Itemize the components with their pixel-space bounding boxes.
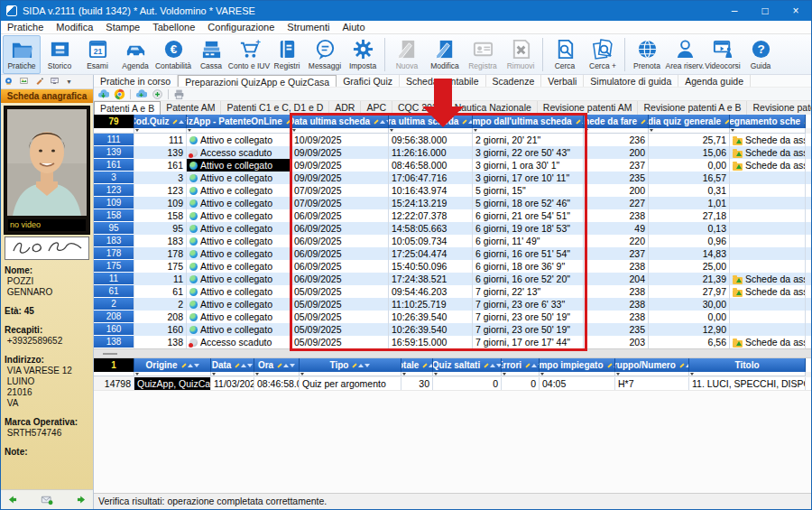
cell-time[interactable]: 10:16:43.974 (389, 184, 473, 197)
column-header-assegnamento-sche[interactable]: Assegnamento sche (730, 115, 806, 128)
cell-assegnamento[interactable] (730, 323, 806, 336)
cell-time[interactable]: 10:26:39.540 (389, 311, 473, 323)
tab-patenti-a-e-b[interactable]: Patenti A e B (94, 101, 161, 115)
table-row[interactable]: 139139Accesso scaduto09/09/202511:26:16.… (94, 146, 811, 159)
minimize-button[interactable]: – (719, 1, 750, 21)
photo-icon[interactable] (20, 77, 31, 88)
cell-cod-quiz[interactable]: 139 (134, 146, 187, 159)
cell-time[interactable]: 11:10:25.719 (389, 298, 473, 311)
table-row[interactable]: 161161Attivo e collegato09/09/202508:46:… (94, 159, 811, 172)
cell-media-quiz[interactable]: 16,57 (649, 172, 730, 184)
cell-tempo-impiegato[interactable]: 04:05 (540, 377, 615, 390)
cerca-+-button[interactable]: Cerca + (584, 35, 622, 74)
filter-cell[interactable] (730, 128, 806, 134)
table-row[interactable]: 14798QuizApp, QuizCasa11/03/202508:46:58… (94, 377, 811, 390)
cell-assegnamento[interactable] (730, 184, 806, 197)
cell-elapsed[interactable]: 6 giorni, 19 ore 18' 53" (473, 222, 584, 235)
cell-elapsed[interactable]: 7 giorni, 23 ore 50' 19" (473, 323, 584, 336)
cell-elapsed[interactable]: 6 giorni, 11' 49" (473, 235, 584, 247)
filter-cell[interactable] (540, 372, 615, 376)
cell-tipo[interactable]: Quiz per argomento (300, 377, 401, 390)
cell-date[interactable]: 06/09/2025 (291, 209, 389, 222)
tab-scheda-contabile[interactable]: Scheda contabile (400, 75, 486, 87)
cell-assegnamento[interactable]: Schede da ass (730, 146, 806, 159)
table-row[interactable]: 178178Attivo e collegato06/09/202517:25:… (94, 247, 811, 260)
filter-cell[interactable] (615, 372, 689, 376)
cell-schede-da-fare[interactable]: 200 (584, 146, 649, 159)
cell-assegnamento[interactable] (730, 311, 806, 323)
cell-data[interactable]: 11/03/2025 (211, 377, 254, 390)
column-header-errori[interactable]: Errori (502, 358, 540, 372)
cell-time[interactable]: 08:46:58.000 (389, 159, 473, 172)
cell-elapsed[interactable]: 5 giorni, 18 ore 52' 46" (473, 197, 584, 209)
prev-record-icon[interactable] (6, 494, 19, 505)
cell-date[interactable]: 05/09/2025 (291, 298, 389, 311)
row-header-cell[interactable]: 160 (94, 323, 134, 336)
column-header-titolo[interactable]: Titolo (689, 358, 806, 372)
dropdown-arrow-icon[interactable]: ▼ (66, 79, 72, 85)
table-row[interactable]: 109109Attivo e collegato07/09/202515:24:… (94, 197, 811, 209)
cell-quizapp-status[interactable]: Attivo e collegato (187, 273, 291, 285)
imposta-button[interactable]: Imposta (344, 35, 382, 74)
cell-schede-da-fare[interactable]: 238 (584, 311, 649, 323)
cell-time[interactable]: 17:24:38.521 (389, 273, 473, 285)
cell-media-quiz[interactable]: 21,39 (649, 273, 730, 285)
cell-elapsed[interactable]: 6 giorni, 16 ore 52' 20" (473, 273, 584, 285)
cloud-add-icon[interactable] (135, 88, 147, 100)
cell-quizapp-status[interactable]: Attivo e collegato (187, 197, 291, 209)
cell-totale[interactable]: 30 (401, 377, 433, 390)
cell-date[interactable]: 06/09/2025 (291, 235, 389, 247)
table-row[interactable]: 158158Attivo e collegato06/09/202512:22:… (94, 209, 811, 222)
table-row[interactable]: 6161Attivo e collegato05/09/202509:54:46… (94, 285, 811, 298)
cell-cod-quiz[interactable]: 158 (134, 209, 187, 222)
cell-schede-da-fare[interactable]: 235 (584, 323, 649, 336)
tab-adr[interactable]: ADR (329, 101, 361, 115)
sort-filter-icons[interactable] (181, 364, 199, 367)
menu-item-pratiche[interactable]: Pratiche (1, 21, 50, 34)
cell-cod-quiz[interactable]: 160 (134, 323, 187, 336)
tab-grafici-quiz[interactable]: Grafici Quiz (337, 75, 400, 87)
cell-assegnamento[interactable]: Schede da ass (730, 134, 806, 146)
cell-assegnamento[interactable] (730, 298, 806, 311)
cell-date[interactable]: 06/09/2025 (291, 273, 389, 285)
row-header-cell[interactable]: 123 (94, 184, 134, 197)
conto-e-iuv-button[interactable]: +Conto e IUV (230, 35, 268, 74)
printer-icon[interactable] (173, 88, 185, 100)
cell-schede-da-fare[interactable]: 220 (584, 235, 649, 247)
cell-media-quiz[interactable]: 25,00 (649, 260, 730, 273)
circle-add-icon[interactable] (152, 88, 163, 100)
filter-cell[interactable] (433, 372, 502, 376)
table-row[interactable]: 9595Attivo e collegato06/09/202514:58:05… (94, 222, 811, 235)
row-header-cell[interactable]: 161 (94, 159, 134, 172)
registri-button[interactable]: Registri (268, 35, 306, 74)
tab-scadenze[interactable]: Scadenze (486, 75, 542, 87)
cell-cod-quiz[interactable]: 95 (134, 222, 187, 235)
sort-filter-icons[interactable] (462, 120, 473, 124)
cell-elapsed[interactable]: 3 giorni, 22 ore 50' 43" (473, 146, 584, 159)
row-header-cell[interactable]: 14798 (94, 377, 134, 390)
cell-gruppo-numero[interactable]: H*7 (615, 377, 689, 390)
table-row[interactable]: 33Attivo e collegato09/09/202517:06:47.7… (94, 172, 811, 184)
cell-cod-quiz[interactable]: 161 (134, 159, 187, 172)
guida-button[interactable]: ?Guida (742, 35, 780, 74)
cell-media-quiz[interactable]: 15,06 (649, 146, 730, 159)
sort-filter-icons[interactable] (525, 364, 540, 367)
cell-time[interactable]: 15:24:13.219 (389, 197, 473, 209)
cell-schede-da-fare[interactable]: 235 (584, 172, 649, 184)
menu-item-strumenti[interactable]: Strumenti (281, 21, 336, 34)
cell-media-quiz[interactable]: 0,13 (649, 222, 730, 235)
cell-date[interactable]: 06/09/2025 (291, 222, 389, 235)
sort-filter-icons[interactable] (641, 120, 649, 124)
table-row[interactable]: 111111Attivo e collegato10/09/202509:56:… (94, 134, 811, 146)
screen-icon[interactable] (51, 77, 61, 88)
cell-elapsed[interactable]: 3 giorni, 17 ore 10' 11" (473, 172, 584, 184)
filter-cell[interactable] (211, 372, 254, 376)
cell-elapsed[interactable]: 7 giorni, 17 ore 17' 44" (473, 336, 584, 348)
cell-media-quiz[interactable]: 14,83 (649, 247, 730, 260)
column-header-tempo-impiegato[interactable]: Tempo impiegato (540, 358, 615, 372)
agenda-button[interactable]: Agenda (116, 35, 154, 74)
cell-schede-da-fare[interactable]: 237 (584, 247, 649, 260)
email-icon[interactable] (41, 494, 53, 505)
column-header-totale[interactable]: Totale (401, 358, 433, 372)
cell-time[interactable]: 10:26:39.540 (389, 323, 473, 336)
